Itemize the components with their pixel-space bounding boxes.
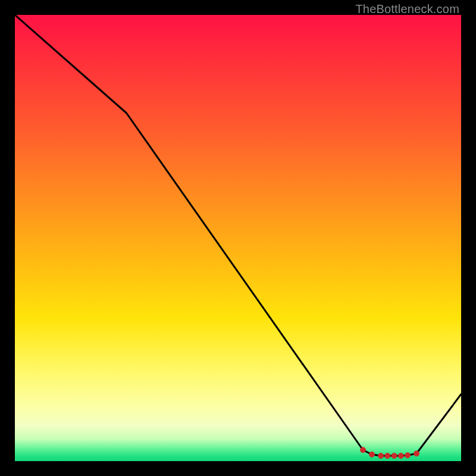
chart-marker <box>385 453 390 459</box>
chart-frame: TheBottleneck.com <box>0 0 476 476</box>
watermark-text: TheBottleneck.com <box>355 2 459 16</box>
chart-marker <box>361 447 366 453</box>
plot-area <box>15 15 461 461</box>
chart-marker <box>378 453 384 459</box>
chart-marker <box>369 452 375 457</box>
chart-line <box>15 15 461 456</box>
chart-svg <box>15 15 461 461</box>
chart-marker <box>398 453 403 459</box>
chart-marker <box>414 451 419 456</box>
chart-marker <box>405 453 411 458</box>
chart-marker <box>392 453 397 459</box>
